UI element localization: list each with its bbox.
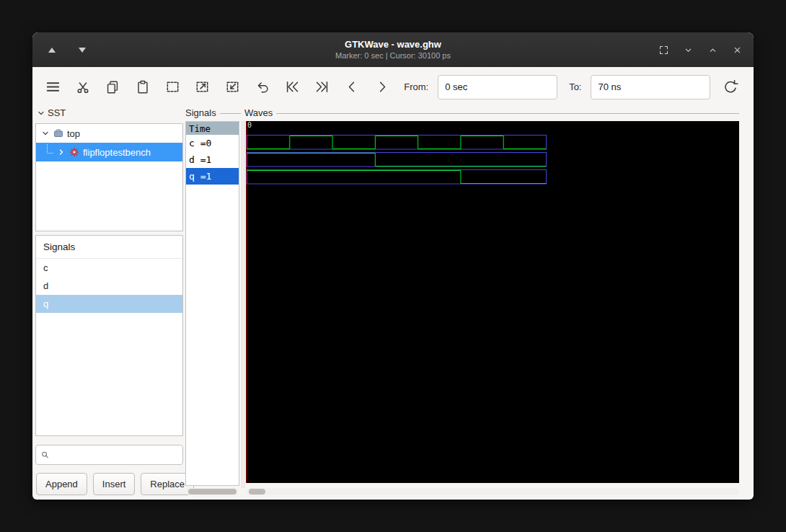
waves-pane-label: Waves	[244, 107, 739, 118]
chevron-down-icon	[682, 44, 694, 56]
wave-scrollbar-thumb[interactable]	[249, 489, 265, 495]
reload-button[interactable]	[720, 76, 741, 98]
find-previous-edge-icon	[344, 79, 361, 95]
expander-right-icon[interactable]	[57, 148, 66, 156]
search-input[interactable]	[53, 449, 182, 461]
pane-rule	[276, 113, 739, 114]
menu-button[interactable]	[43, 76, 63, 98]
from-label: From:	[404, 81, 428, 92]
signal-list-item-q[interactable]: q	[36, 295, 182, 313]
titlebar-down-arrow-button[interactable]	[73, 40, 92, 59]
to-label: To:	[569, 81, 581, 92]
pane-splitter[interactable]	[242, 121, 244, 488]
triangle-up-icon	[48, 48, 56, 53]
signal-row-q[interactable]: q =1	[186, 168, 239, 185]
signal-list-label: c	[43, 262, 48, 273]
time-header[interactable]: Time	[186, 122, 239, 135]
signal-row-d[interactable]: d =1	[186, 151, 239, 168]
find-previous-edge-button[interactable]	[342, 76, 363, 98]
zoom-in-button[interactable]	[193, 76, 213, 98]
search-icon	[41, 449, 49, 461]
zoom-to-start-icon	[284, 79, 301, 95]
paste-button[interactable]	[133, 76, 154, 98]
find-next-edge-icon	[374, 79, 390, 95]
menu-icon	[45, 79, 61, 95]
pane-rule	[220, 113, 241, 114]
reload-icon	[722, 79, 739, 96]
window-restore-button[interactable]	[654, 40, 673, 59]
signals-panel: Signals c d q	[35, 235, 183, 436]
module-icon	[53, 128, 63, 138]
to-input[interactable]	[591, 75, 710, 99]
zoom-to-end-button[interactable]	[312, 76, 333, 98]
zoom-to-start-button[interactable]	[282, 76, 303, 98]
search-box[interactable]	[35, 445, 183, 465]
window-status: Marker: 0 sec | Cursor: 30100 ps	[335, 50, 451, 61]
append-button[interactable]: Append	[36, 473, 87, 495]
signal-name-column: Time c =0 d =1 q =1	[185, 121, 239, 486]
tree-item-label: flipfloptestbench	[83, 147, 151, 158]
gear-icon	[69, 147, 79, 157]
zoom-out-button[interactable]	[222, 76, 243, 98]
triangle-down-icon	[79, 48, 86, 53]
signal-list-item-d[interactable]: d	[36, 277, 182, 295]
sst-tree: top flipfloptestbench	[35, 123, 183, 231]
zoom-fit-icon	[164, 79, 181, 95]
window-maximize-button[interactable]	[703, 40, 722, 59]
titlebar[interactable]: GTKWave - wave.ghw Marker: 0 sec | Curso…	[32, 32, 754, 67]
tree-item-label: top	[67, 128, 80, 139]
names-pane-title: Signals	[185, 107, 216, 118]
wave-plot[interactable]	[247, 134, 739, 206]
timeline-origin: 0	[247, 121, 252, 129]
signal-list-label: d	[43, 280, 48, 291]
zoom-fit-button[interactable]	[162, 76, 183, 98]
signals-panel-header: Signals	[36, 236, 182, 259]
names-pane-label: Signals	[185, 107, 241, 118]
insert-button[interactable]: Insert	[93, 473, 136, 495]
titlebar-right-controls	[654, 32, 746, 67]
tree-item-flipfloptestbench[interactable]: flipfloptestbench	[36, 143, 182, 161]
close-icon	[731, 44, 743, 56]
window-close-button[interactable]	[728, 40, 746, 59]
signal-list-label: q	[43, 298, 48, 309]
from-input[interactable]	[438, 75, 557, 99]
window-title: GTKWave - wave.ghw	[345, 39, 441, 50]
cut-button[interactable]	[73, 76, 94, 98]
copy-icon	[105, 79, 120, 95]
zoom-in-icon	[194, 79, 211, 95]
tree-guide-line	[47, 144, 53, 154]
zoom-undo-button[interactable]	[252, 76, 273, 98]
signal-list-item-c[interactable]: c	[36, 259, 182, 277]
action-buttons: Append Insert Replace	[36, 473, 194, 495]
names-scrollbar-thumb[interactable]	[188, 489, 237, 495]
window-restore-icon	[658, 44, 670, 56]
window-minimize-button[interactable]	[679, 40, 697, 59]
zoom-undo-icon	[255, 79, 270, 95]
zoom-to-end-icon	[314, 79, 330, 95]
find-next-edge-button[interactable]	[372, 76, 393, 98]
waves-pane-title: Waves	[244, 107, 273, 118]
wave-canvas[interactable]: 0	[246, 121, 739, 483]
wave-scrollbar	[246, 488, 739, 495]
zoom-out-icon	[224, 79, 241, 95]
expander-down-icon[interactable]	[41, 129, 50, 138]
titlebar-up-arrow-button[interactable]	[43, 40, 61, 59]
titlebar-left-controls	[43, 32, 92, 67]
chevron-down-icon	[37, 109, 45, 118]
names-scrollbar	[186, 488, 239, 495]
cut-icon	[75, 79, 91, 95]
gtkwave-window: GTKWave - wave.ghw Marker: 0 sec | Curso…	[32, 32, 754, 500]
chevron-up-icon	[707, 44, 719, 56]
toolbar: From: To:	[32, 67, 754, 107]
sst-header[interactable]: SST	[37, 107, 66, 118]
sst-header-label: SST	[48, 107, 66, 118]
tree-item-top[interactable]: top	[36, 124, 182, 143]
paste-icon	[135, 79, 151, 95]
signal-row-c[interactable]: c =0	[186, 135, 239, 151]
copy-button[interactable]	[102, 76, 123, 98]
